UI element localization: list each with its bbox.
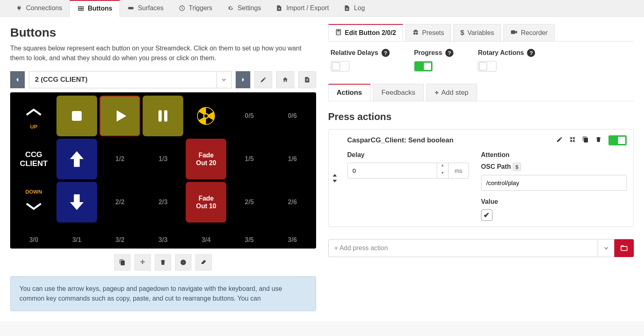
- grid-cell-1-3[interactable]: 1/3: [143, 139, 183, 179]
- erase-button[interactable]: [195, 254, 212, 271]
- tab-import-export[interactable]: Import / Export: [268, 0, 336, 16]
- edit-page-button[interactable]: [254, 71, 272, 88]
- chevron-down-icon[interactable]: [598, 239, 614, 257]
- import-icon: [275, 4, 283, 12]
- collapse-icon[interactable]: [569, 136, 576, 144]
- grid-cell-0-6[interactable]: 0/6: [272, 96, 312, 136]
- grid-cell-2-1[interactable]: [56, 182, 97, 223]
- page-select[interactable]: 2 (CCG CLIENT): [29, 71, 232, 88]
- clock-icon: [178, 4, 186, 12]
- edit-action-icon[interactable]: [556, 136, 563, 144]
- relative-delays-toggle[interactable]: [331, 61, 349, 72]
- osc-path-label: OSC Path $: [481, 163, 627, 171]
- tab-label: Connections: [26, 4, 62, 12]
- delay-input[interactable]: [347, 163, 437, 179]
- grid-cell-0-3[interactable]: [143, 96, 183, 136]
- action-title: CasparCG_Client: Send boolean: [347, 136, 454, 144]
- grid-cell-0-4[interactable]: [186, 96, 226, 136]
- next-page-button[interactable]: [236, 71, 250, 88]
- copy-button[interactable]: [114, 254, 130, 271]
- help-icon[interactable]: ?: [527, 49, 535, 57]
- grid-cell-2-5[interactable]: 2/5: [229, 182, 269, 223]
- duplicate-icon[interactable]: [582, 136, 589, 144]
- svg-rect-6: [72, 111, 82, 121]
- grid-cell-2-2[interactable]: 2/2: [100, 182, 140, 223]
- file-icon: [343, 4, 351, 12]
- dollar-icon: $: [460, 29, 464, 37]
- grid-cell-0-2[interactable]: [100, 96, 140, 136]
- grid-icon: [77, 5, 85, 12]
- grid-cell-3-1[interactable]: 3/1: [56, 225, 97, 245]
- drag-handle[interactable]: [329, 129, 341, 227]
- page-description: The squares below represent each button …: [10, 44, 316, 63]
- tab-surfaces[interactable]: Surfaces: [120, 0, 171, 16]
- page-select-label: 2 (CCG CLIENT): [29, 71, 217, 88]
- grid-cell-3-4[interactable]: 3/4: [186, 225, 226, 245]
- svg-rect-22: [511, 30, 515, 34]
- grid-cell-2-4[interactable]: FadeOut 10: [186, 182, 226, 223]
- help-icon[interactable]: ?: [445, 49, 453, 57]
- svg-point-20: [338, 33, 338, 34]
- calc-icon: [335, 29, 342, 37]
- spinner[interactable]: ▲▼: [437, 163, 449, 179]
- grid-cell-0-5[interactable]: 0/5: [229, 96, 269, 136]
- grid-cell-0-0[interactable]: UP: [13, 96, 54, 136]
- tab-edit-button[interactable]: Edit Button 2/0/2: [328, 24, 403, 41]
- grid-cell-1-1[interactable]: [56, 139, 97, 179]
- tab-triggers[interactable]: Triggers: [171, 0, 220, 16]
- tab-log[interactable]: Log: [336, 0, 372, 16]
- subtab-actions[interactable]: Actions: [328, 84, 371, 101]
- surfaces-icon: [127, 4, 134, 12]
- rotary-actions-label: Rotary Actions ?: [478, 49, 535, 57]
- compass-button[interactable]: [175, 254, 191, 271]
- relative-delays-label: Relative Delays ?: [331, 49, 390, 57]
- tab-variables[interactable]: $ Variables: [453, 24, 501, 41]
- tab-label: Presets: [422, 29, 444, 37]
- tab-label: Buttons: [88, 5, 112, 12]
- grid-cell-1-6[interactable]: 1/6: [272, 139, 312, 179]
- osc-path-input[interactable]: [481, 175, 627, 191]
- grid-cell-2-0[interactable]: DOWN: [13, 182, 54, 223]
- grid-cell-1-5[interactable]: 1/5: [229, 139, 269, 179]
- grid-cell-3-5[interactable]: 3/5: [229, 225, 269, 245]
- grid-cell-1-0[interactable]: CCGCLIENT: [13, 139, 54, 179]
- tab-recorder[interactable]: Recorder: [503, 24, 555, 41]
- add-press-action-input[interactable]: + Add press action: [328, 239, 598, 257]
- grid-cell-0-1[interactable]: [56, 96, 97, 136]
- grid-cell-3-3[interactable]: 3/3: [143, 225, 183, 245]
- grid-cell-3-0[interactable]: 3/0: [13, 225, 54, 245]
- help-icon[interactable]: ?: [382, 49, 390, 57]
- grid-cell-2-3[interactable]: 2/3: [143, 182, 183, 223]
- home-page-button[interactable]: [276, 71, 294, 88]
- tab-buttons[interactable]: Buttons: [69, 0, 120, 17]
- value-label: Value: [481, 198, 627, 205]
- tab-label: Settings: [238, 4, 261, 12]
- subtab-add-step[interactable]: + Add step: [426, 84, 477, 101]
- tab-connections[interactable]: Connections: [8, 0, 69, 16]
- svg-rect-7: [158, 110, 162, 122]
- move-button[interactable]: [134, 254, 151, 271]
- progress-toggle[interactable]: [414, 61, 433, 72]
- gear-icon: [227, 4, 234, 12]
- tab-presets[interactable]: Presets: [405, 24, 451, 41]
- tab-settings[interactable]: Settings: [220, 0, 269, 16]
- prev-page-button[interactable]: [10, 71, 25, 88]
- delete-button[interactable]: [155, 254, 171, 271]
- grid-cell-3-2[interactable]: 3/2: [100, 225, 140, 245]
- variable-picker-icon[interactable]: $: [513, 163, 521, 171]
- browse-actions-button[interactable]: [614, 239, 634, 257]
- delete-action-icon[interactable]: [595, 136, 602, 144]
- value-checkbox[interactable]: ✔: [481, 209, 492, 221]
- svg-point-18: [339, 32, 340, 33]
- button-grid: UP0/50/6CCGCLIENT1/21/3FadeOut 201/51/6D…: [10, 92, 316, 249]
- grid-cell-1-4[interactable]: FadeOut 20: [186, 139, 226, 179]
- grid-toolbar: [10, 254, 316, 271]
- rotary-actions-toggle[interactable]: [478, 61, 497, 72]
- action-card: CasparCG_Client: Send boolean Delay: [328, 129, 634, 227]
- subtab-feedbacks[interactable]: Feedbacks: [373, 84, 424, 101]
- export-page-button[interactable]: [298, 71, 316, 88]
- grid-cell-2-6[interactable]: 2/6: [272, 182, 312, 223]
- action-enabled-toggle[interactable]: [608, 135, 627, 146]
- grid-cell-3-6[interactable]: 3/6: [272, 225, 312, 245]
- grid-cell-1-2[interactable]: 1/2: [100, 139, 140, 179]
